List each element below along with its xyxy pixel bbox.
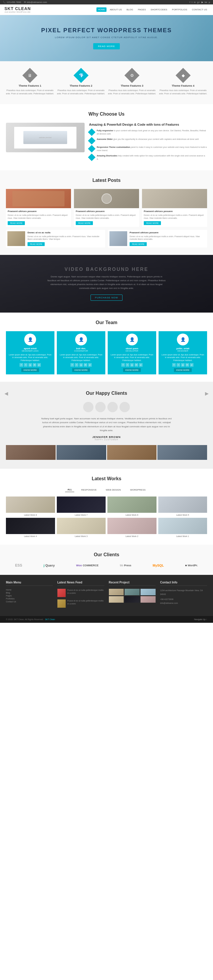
post-1-cta[interactable]: READ MORE: [8, 221, 25, 225]
team-member-2-avatar: 👤: [75, 334, 87, 345]
team-3-facebook-icon[interactable]: f: [121, 363, 125, 367]
works-filters: ALL RESPONSIVE WEB DESIGN WORDPRESS: [6, 487, 207, 492]
post-5-cta[interactable]: READ MORE: [130, 242, 147, 246]
filter-web-design[interactable]: WEB DESIGN: [103, 487, 123, 492]
footer-link-contact[interactable]: Contact Us: [6, 601, 53, 603]
team-3-linkedin-icon[interactable]: in: [135, 363, 138, 367]
social-icons: f t in g+ ▶ be p: [190, 1, 210, 3]
footer-project-5: [124, 596, 140, 603]
why-diamond-1: [88, 128, 95, 136]
post-4-cta[interactable]: READ MORE: [27, 242, 45, 246]
team-3-twitter-icon[interactable]: t: [126, 363, 129, 367]
team-1-google-icon[interactable]: g: [29, 363, 32, 367]
nav-portfolios[interactable]: PORTFOLIOS: [170, 7, 188, 12]
video-cta-button[interactable]: PURCHASE NOW: [91, 294, 122, 301]
team-3-google-icon[interactable]: g: [130, 363, 134, 367]
feature-2: 💎 Theme Features 2 Phasellus risus duis …: [56, 68, 107, 97]
team-1-pinterest-icon[interactable]: p: [37, 363, 41, 367]
features-section: 🖥 Theme Features 1 Phasellus risus duis …: [0, 61, 213, 104]
work-2-image: [107, 518, 156, 534]
footer-link-blog[interactable]: Blog: [6, 592, 53, 594]
footer-project-1: [109, 589, 124, 595]
clients-prev-button[interactable]: ◀: [5, 391, 8, 396]
pinterest-icon[interactable]: p: [209, 1, 210, 3]
latest-posts-title: Latest Posts: [6, 178, 207, 183]
team-member-3-cta[interactable]: KNOW MORE: [123, 368, 141, 372]
nav-shortcodes[interactable]: SHORTCODES: [149, 7, 168, 12]
work-item-3: Latest Work 3: [57, 518, 106, 537]
footer-phone: +98 42273936: [160, 598, 207, 601]
nav-blog[interactable]: BLOG: [125, 7, 135, 12]
post-4-text: Donec ut ex ac nulla pellentesque mollis…: [27, 235, 103, 241]
team-4-google-icon[interactable]: g: [181, 363, 184, 367]
work-4-label: Latest Work 4: [6, 535, 55, 537]
logo-bbpress: bb Press: [120, 564, 131, 567]
work-2-label: Latest Work 2: [107, 535, 156, 537]
team-4-pinterest-icon[interactable]: p: [190, 363, 194, 367]
post-5-content: Praesent ultrices posuere Donec ut ex ac…: [130, 231, 206, 246]
team-1-facebook-icon[interactable]: f: [19, 363, 23, 367]
nav-pages[interactable]: PAGES: [137, 7, 147, 12]
hero-cta-button[interactable]: READ MORE: [93, 43, 119, 49]
googleplus-icon[interactable]: g+: [197, 1, 200, 3]
filter-all[interactable]: ALL: [65, 487, 75, 492]
nav-home[interactable]: HOME: [97, 7, 106, 12]
client-photo-3: [107, 445, 157, 460]
work-item-4: Latest Work 4: [6, 518, 55, 537]
team-2-pinterest-icon[interactable]: p: [88, 363, 92, 367]
feature-4-title: Theme Features 4: [159, 84, 207, 87]
client-avatar-4: [119, 402, 130, 412]
team-1-linkedin-icon[interactable]: in: [33, 363, 37, 367]
nav-about[interactable]: ABOUT US: [108, 7, 123, 12]
feature-2-icon: 💎: [73, 68, 89, 83]
team-member-2-cta[interactable]: KNOW MORE: [72, 368, 90, 372]
work-3-image: [57, 518, 106, 534]
team-4-twitter-icon[interactable]: t: [176, 363, 180, 367]
linkedin-icon[interactable]: in: [194, 1, 196, 3]
nav-contact[interactable]: CONTACT US: [191, 7, 208, 12]
post-1-content: Praesent ultrices posuere Donec ut ex ac…: [6, 208, 71, 227]
footer-brand-link[interactable]: SKT Clean: [45, 618, 55, 620]
team-member-4-text: Lorem ipsum dolor sit. Aps duis sceleris…: [161, 353, 205, 361]
behance-icon[interactable]: be: [205, 1, 207, 3]
client-avatar-2: [95, 402, 106, 412]
clients-next-button[interactable]: ▶: [205, 391, 208, 396]
post-1-image: [6, 189, 71, 208]
team-2-facebook-icon[interactable]: f: [70, 363, 74, 367]
team-4-facebook-icon[interactable]: f: [172, 363, 176, 367]
team-member-4-role: DESIGNER: [161, 350, 205, 352]
team-member-2-text: Lorem ipsum dolor sit. Aps duis sceleris…: [59, 353, 103, 361]
our-clients-section: Our Clients ESS j Query Woo COMMERCE bb …: [0, 545, 213, 575]
back-to-top-button[interactable]: Navigate Up ↑: [194, 618, 207, 620]
team-3-pinterest-icon[interactable]: p: [139, 363, 143, 367]
footer-menu-title: Main Menu: [6, 581, 53, 586]
why-feature-2-text: Awesome Slider give you the opportunity …: [97, 138, 199, 141]
site-tagline: Just another WordPress site: [5, 11, 31, 13]
post-2-cta[interactable]: READ MORE: [76, 221, 93, 225]
team-2-linkedin-icon[interactable]: in: [84, 363, 87, 367]
team-1-twitter-icon[interactable]: t: [24, 363, 27, 367]
team-2-twitter-icon[interactable]: t: [75, 363, 78, 367]
footer-news-1: Fusce et ex ut nulla pellentesque mollis…: [57, 589, 105, 597]
post-4-image: [7, 231, 25, 246]
post-3-cta[interactable]: READ MORE: [144, 221, 161, 225]
footer-link-pages[interactable]: Pages: [6, 595, 53, 597]
work-1-image: [158, 518, 207, 534]
why-diamond-2: [88, 137, 95, 144]
filter-responsive[interactable]: RESPONSIVE: [79, 487, 99, 492]
filter-wordpress[interactable]: WORDPRESS: [128, 487, 148, 492]
team-2-google-icon[interactable]: g: [79, 363, 83, 367]
work-item-2: Latest Work 2: [107, 518, 156, 537]
footer-link-home[interactable]: Home: [6, 589, 53, 591]
why-diamond-3: [88, 145, 95, 152]
latest-works-section: Latest Works ALL RESPONSIVE WEB DESIGN W…: [0, 469, 213, 545]
site-logo[interactable]: SKT CLEAN: [5, 6, 31, 11]
why-feature-4: Amazing Shortcodes help created with met…: [89, 154, 207, 161]
youtube-icon[interactable]: ▶: [202, 1, 203, 3]
footer-link-portfolios[interactable]: Portfolios: [6, 598, 53, 600]
twitter-icon[interactable]: t: [192, 1, 192, 3]
team-4-linkedin-icon[interactable]: in: [186, 363, 189, 367]
facebook-icon[interactable]: f: [190, 1, 190, 3]
team-member-4-cta[interactable]: KNOW MORE: [174, 368, 192, 372]
team-member-1-cta[interactable]: KNOW MORE: [21, 368, 39, 372]
